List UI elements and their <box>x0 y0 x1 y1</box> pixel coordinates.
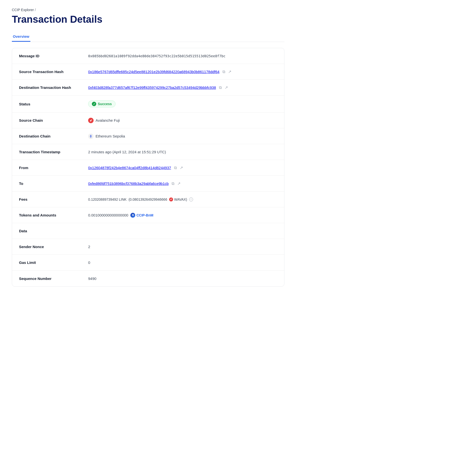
row-dest-tx-hash: Destination Transaction Hash 0xf403d828f… <box>12 80 284 96</box>
label-message-id: Message ID <box>19 54 88 58</box>
label-sequence-number: Sequence Number <box>19 276 88 281</box>
row-sender-nonce: Sender Nonce 2 <box>12 239 284 255</box>
wavax-badge: WAVAX) <box>169 197 187 201</box>
fees-info-icon[interactable]: i <box>189 197 193 201</box>
external-to-icon[interactable]: ↗ <box>177 181 180 186</box>
value-sequence-number: 9490 <box>88 276 96 281</box>
to-address-link[interactable]: 0xfed86fdf751b3896bcf3768b3a29abfa6ce9b1… <box>88 181 169 186</box>
value-fees: 0.12020889739492 LINK (0.080139264929946… <box>88 197 193 201</box>
value-dest-chain: Ethereum Sepolia <box>88 134 125 139</box>
value-status: ✓ Success <box>88 100 116 107</box>
row-tokens: Tokens and Amounts 0.001000000000000000 … <box>12 207 284 223</box>
copy-dest-tx-icon[interactable]: ⧉ <box>219 85 222 90</box>
label-tokens: Tokens and Amounts <box>19 213 88 217</box>
row-source-tx-hash: Source Transaction Hash 0x186e5767d65dff… <box>12 64 284 80</box>
row-timestamp: Transaction Timestamp 2 minutes ago (Apr… <box>12 144 284 160</box>
status-text: Success <box>98 102 112 106</box>
ccip-bnm-badge: ⧉ CCIP-BnM <box>130 213 153 218</box>
label-timestamp: Transaction Timestamp <box>19 150 88 154</box>
value-gas-limit: 0 <box>88 260 90 265</box>
value-from: 0x12604878f242b4e8674ca04ff2d8b414d82449… <box>88 165 183 170</box>
row-dest-chain: Destination Chain Ethereum Sepolia <box>12 128 284 144</box>
row-status: Status ✓ Success <box>12 96 284 113</box>
fees-wavax-amount: (0.080139264929946666 <box>129 197 167 201</box>
tabs-container: Overview <box>12 32 284 42</box>
avalanche-icon <box>88 118 94 123</box>
dest-tx-hash-link[interactable]: 0xf403d828fa377d657af67f12e99ff435974299… <box>88 85 216 90</box>
label-dest-tx-hash: Destination Transaction Hash <box>19 85 88 90</box>
ethereum-icon <box>88 134 94 139</box>
label-status: Status <box>19 102 88 106</box>
source-chain-text: Avalanche Fuji <box>96 118 120 122</box>
page-title: Transaction Details <box>12 14 284 25</box>
value-dest-tx-hash: 0xf403d828fa377d657af67f12e99ff435974299… <box>88 85 228 90</box>
wavax-label: WAVAX) <box>174 197 187 201</box>
copy-to-icon[interactable]: ⧉ <box>172 181 174 186</box>
row-fees: Fees 0.12020889739492 LINK (0.0801392649… <box>12 192 284 207</box>
external-source-tx-icon[interactable]: ↗ <box>228 69 231 74</box>
label-dest-chain: Destination Chain <box>19 134 88 138</box>
token-amount: 0.001000000000000000 <box>88 213 128 217</box>
label-data: Data <box>19 229 88 233</box>
row-from: From 0x12604878f242b4e8674ca04ff2d8b414d… <box>12 160 284 176</box>
copy-source-tx-icon[interactable]: ⧉ <box>222 70 225 74</box>
row-to: To 0xfed86fdf751b3896bcf3768b3a29abfa6ce… <box>12 176 284 192</box>
value-source-chain: Avalanche Fuji <box>88 118 120 123</box>
label-gas-limit: Gas Limit <box>19 260 88 265</box>
row-message-id: Message ID 0x085bbd02681a1089f92dda4e80d… <box>12 48 284 64</box>
breadcrumb: CCIP Explorer / <box>12 8 284 12</box>
row-source-chain: Source Chain Avalanche Fuji <box>12 113 284 128</box>
row-gas-limit: Gas Limit 0 <box>12 255 284 271</box>
detail-card: Message ID 0x085bbd02681a1089f92dda4e80d… <box>12 48 284 287</box>
label-source-chain: Source Chain <box>19 118 88 122</box>
value-to: 0xfed86fdf751b3896bcf3768b3a29abfa6ce9b1… <box>88 181 180 186</box>
label-from: From <box>19 166 88 170</box>
value-timestamp: 2 minutes ago (April 12, 2024 at 15:51:2… <box>88 150 166 154</box>
breadcrumb-link[interactable]: CCIP Explorer <box>12 8 34 12</box>
breadcrumb-separator: / <box>35 8 36 12</box>
label-source-tx-hash: Source Transaction Hash <box>19 70 88 74</box>
value-source-tx-hash: 0x186e5767d65dffe685c24d5ee881201e2b39fd… <box>88 69 231 74</box>
label-fees: Fees <box>19 197 88 201</box>
label-to: To <box>19 181 88 186</box>
value-tokens: 0.001000000000000000 ⧉ CCIP-BnM <box>88 213 153 218</box>
dest-chain-text: Ethereum Sepolia <box>96 134 125 138</box>
external-dest-tx-icon[interactable]: ↗ <box>225 85 228 90</box>
external-from-icon[interactable]: ↗ <box>180 165 183 170</box>
source-tx-hash-link[interactable]: 0x186e5767d65dffe685c24d5ee881201e2b39fd… <box>88 70 219 74</box>
fees-link-amount: 0.12020889739492 LINK <box>88 197 127 201</box>
ccip-bnm-icon: ⧉ <box>130 213 135 218</box>
value-message-id: 0x085bbd02681a1089f92dda4e80de384752f93c… <box>88 54 225 58</box>
status-badge: ✓ Success <box>88 100 116 107</box>
copy-from-icon[interactable]: ⧉ <box>174 166 177 170</box>
tab-overview[interactable]: Overview <box>12 32 30 42</box>
status-check-icon: ✓ <box>92 102 96 106</box>
wavax-icon <box>169 197 173 201</box>
value-sender-nonce: 2 <box>88 245 90 249</box>
ccip-bnm-label: CCIP-BnM <box>137 213 153 217</box>
row-data: Data <box>12 223 284 239</box>
label-sender-nonce: Sender Nonce <box>19 245 88 249</box>
row-sequence-number: Sequence Number 9490 <box>12 271 284 286</box>
from-address-link[interactable]: 0x12604878f242b4e8674ca04ff2d8b414d82449… <box>88 166 171 170</box>
